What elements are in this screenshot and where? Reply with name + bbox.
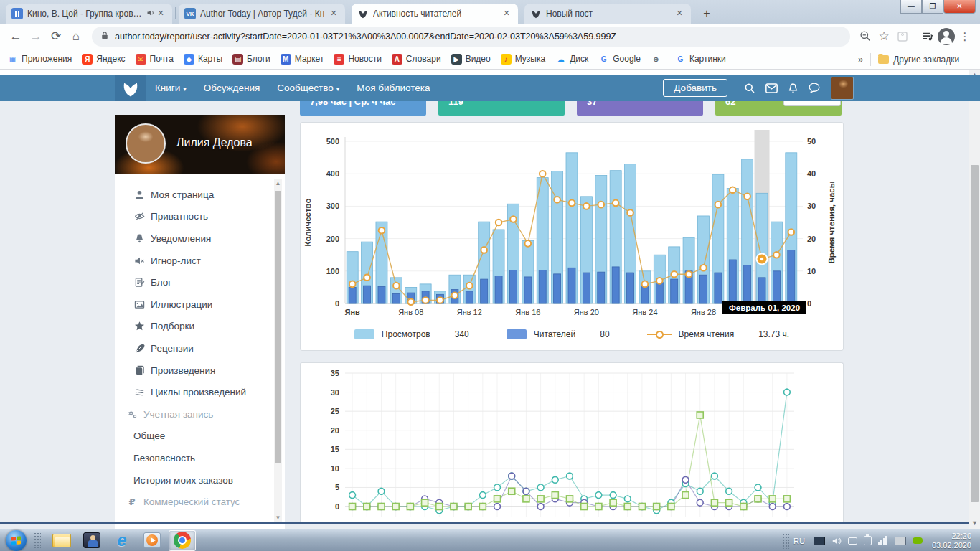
- page-scroll-thumb[interactable]: [971, 165, 979, 502]
- sidebar-item[interactable]: Иллюстрации: [115, 293, 285, 316]
- nav-item-books[interactable]: Книги▾: [155, 83, 187, 93]
- nav-item-library[interactable]: Моя библиотека: [357, 83, 430, 93]
- scroll-up-icon[interactable]: ▲: [274, 179, 282, 188]
- browser-tab-music[interactable]: Кино, В. Цой - Группа кров… ✕: [6, 4, 172, 24]
- new-tab-button[interactable]: +: [697, 5, 716, 22]
- network-signal-icon[interactable]: [878, 536, 888, 545]
- bookmark-item[interactable]: ☁ Диск: [555, 54, 588, 65]
- screen: Кино, В. Цой - Группа кров… ✕ VK Author …: [0, 0, 980, 551]
- sidebar-item[interactable]: Игнор-лист: [115, 250, 285, 272]
- mail-icon[interactable]: [760, 77, 782, 99]
- sidebar-item-icon: ₽: [126, 496, 138, 508]
- sidebar-item[interactable]: Приватность: [115, 206, 285, 228]
- window-restore-button[interactable]: ❐: [922, 0, 943, 14]
- quick-launch-grip[interactable]: [34, 532, 41, 548]
- bookmark-item[interactable]: ♪ Музыка: [501, 54, 545, 65]
- tray-grip[interactable]: [782, 533, 789, 549]
- browser-tab-new-post[interactable]: Новый пост ✕: [524, 4, 691, 24]
- bookmark-item[interactable]: ▶ Видео: [451, 54, 491, 65]
- sidebar-item[interactable]: Учетная запись: [115, 403, 285, 425]
- user-avatar[interactable]: [831, 77, 854, 100]
- bookmark-item[interactable]: М Маркет: [281, 54, 324, 65]
- window-minimize-button[interactable]: —: [900, 0, 922, 14]
- sidebar-item[interactable]: Общее: [115, 425, 285, 448]
- scroll-down-icon[interactable]: ▼: [274, 514, 282, 522]
- nav-item-community[interactable]: Сообщество▾: [277, 83, 339, 93]
- bookmark-item[interactable]: Я Яндекс: [82, 54, 125, 65]
- bookmark-item[interactable]: ⊕: [651, 54, 665, 65]
- sidebar-item[interactable]: Произведения: [115, 359, 285, 382]
- clipboard-icon[interactable]: [864, 536, 872, 545]
- bookmark-item[interactable]: ▦ Приложения: [7, 54, 72, 65]
- bookmark-item[interactable]: ▤ Блоги: [232, 54, 270, 65]
- sidebar-item[interactable]: Блог: [115, 271, 285, 293]
- bookmark-item[interactable]: ≡ Новости: [334, 54, 381, 65]
- page-scrollbar[interactable]: ▲ ▼: [969, 70, 980, 529]
- profile-avatar[interactable]: [126, 123, 166, 164]
- back-button[interactable]: ←: [6, 27, 26, 47]
- tab-close-icon[interactable]: ✕: [328, 8, 339, 19]
- browser-tab-active-report[interactable]: Активность читателей ✕: [352, 4, 518, 24]
- profile-avatar-icon[interactable]: [937, 27, 956, 46]
- profile-name[interactable]: Лилия Дедова: [176, 136, 253, 149]
- taskbar-ie-icon[interactable]: e: [108, 530, 136, 551]
- language-indicator[interactable]: RU: [793, 537, 805, 545]
- author-today-logo[interactable]: [115, 75, 146, 101]
- taskbar-movie-maker-icon[interactable]: [78, 530, 105, 551]
- sidebar-item-icon: [133, 387, 145, 398]
- other-bookmarks-label[interactable]: Другие закладки: [893, 55, 959, 65]
- bookmark-item[interactable]: А Словари: [392, 54, 441, 65]
- sidebar-item[interactable]: Моя страница: [115, 184, 285, 206]
- bookmark-star-icon[interactable]: ☆: [875, 27, 893, 46]
- nvidia-icon[interactable]: [913, 537, 923, 544]
- search-icon[interactable]: [739, 77, 760, 99]
- bookmark-item[interactable]: G Картинки: [675, 54, 726, 65]
- activity-bar-chart[interactable]: 010020030040050001020304050ЯнвЯнв 08Янв …: [301, 126, 843, 331]
- browser-tab-authortoday-home[interactable]: VK Author Today | Автор Тудей - Кн… ✕: [179, 4, 345, 24]
- sidebar-item[interactable]: ₽ Коммерческий статус: [115, 491, 285, 513]
- action-center-icon[interactable]: [814, 537, 825, 545]
- volume-icon[interactable]: [831, 536, 842, 546]
- add-button[interactable]: Добавить: [663, 79, 727, 97]
- scroll-down-icon[interactable]: ▼: [969, 518, 980, 529]
- sidebar-item[interactable]: Рецензии: [115, 337, 285, 359]
- sidebar-item[interactable]: История моих заказов: [115, 469, 285, 491]
- bookmark-item[interactable]: G Google: [598, 54, 641, 65]
- chat-icon[interactable]: [804, 77, 825, 99]
- tab-close-icon[interactable]: ✕: [674, 8, 685, 19]
- browser-menu-icon[interactable]: ⋮: [956, 27, 974, 46]
- taskbar-explorer-icon[interactable]: [48, 530, 75, 551]
- taskbar-chrome-icon[interactable]: [169, 530, 196, 551]
- sidebar-item[interactable]: Подборки: [115, 316, 285, 338]
- nav-item-discussions[interactable]: Обсуждения: [204, 83, 260, 93]
- start-button[interactable]: [6, 530, 27, 551]
- home-button[interactable]: ⌂: [66, 27, 86, 47]
- lock-icon[interactable]: [100, 30, 109, 43]
- battery-icon[interactable]: [848, 537, 857, 545]
- display-icon[interactable]: [895, 537, 906, 545]
- tab-close-icon[interactable]: ✕: [155, 8, 166, 19]
- notifications-bell-icon[interactable]: [782, 77, 804, 99]
- sidebar-scrollbar[interactable]: ▲ ▼: [274, 179, 282, 522]
- window-close-button[interactable]: ✕: [943, 0, 976, 14]
- bookmarks-overflow-icon[interactable]: »: [858, 54, 863, 65]
- sidebar-item[interactable]: Уведомления: [115, 227, 285, 250]
- playlist-extension-icon[interactable]: [918, 27, 937, 46]
- zoom-out-icon[interactable]: [856, 27, 875, 46]
- extension-icon[interactable]: [893, 27, 912, 46]
- legend-views[interactable]: Просмотров 340: [354, 329, 469, 339]
- legend-reading-time[interactable]: Время чтения 13.73 ч.: [647, 329, 790, 339]
- sidebar-item[interactable]: Безопасность: [115, 447, 285, 469]
- bookmark-item[interactable]: ✉ Почта: [136, 54, 174, 65]
- sidebar-item[interactable]: Циклы произведений: [115, 381, 285, 403]
- bookmark-item[interactable]: ◆ Карты: [184, 54, 222, 65]
- taskbar-media-player-icon[interactable]: [138, 530, 166, 551]
- forward-button[interactable]: →: [26, 27, 46, 47]
- clock[interactable]: 22:20 03.02.2020: [932, 532, 971, 550]
- tab-close-icon[interactable]: ✕: [501, 8, 512, 19]
- address-bar[interactable]: author.today/report/user-activity?startD…: [92, 27, 850, 47]
- secondary-line-chart[interactable]: 05101520253035: [301, 363, 843, 524]
- legend-readers[interactable]: Читателей 80: [507, 329, 610, 339]
- sidebar-scroll-thumb[interactable]: [275, 191, 281, 463]
- reload-button[interactable]: ⟳: [46, 27, 66, 47]
